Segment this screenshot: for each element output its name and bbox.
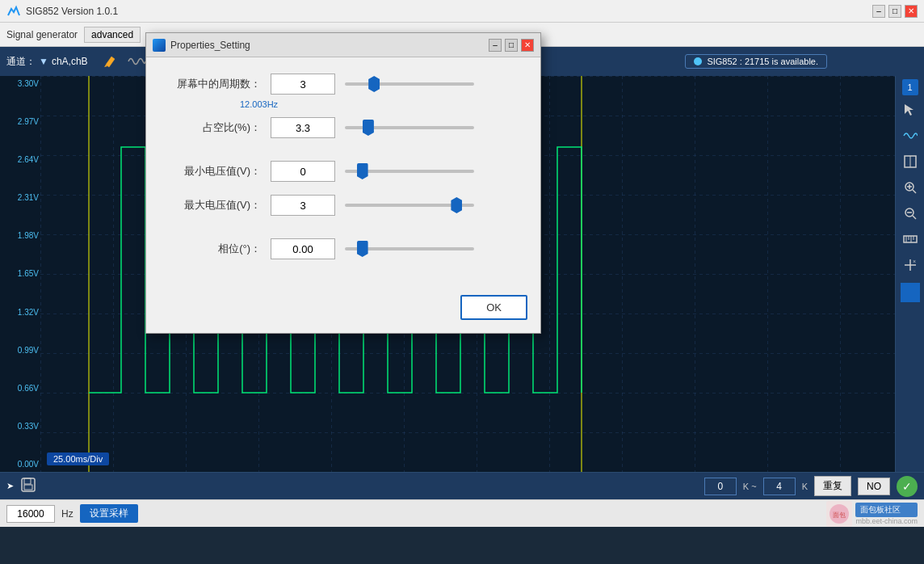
freq-unit-label: Hz [61,508,74,520]
phase-label: 相位(°)： [166,242,271,256]
dialog-title-bar[interactable]: Properties_Setting – □ ✕ [146,33,540,57]
y-label-8: 0.66V [2,384,39,393]
app-title: SIG852 Version 1.0.1 [26,6,118,17]
phase-input[interactable] [271,238,335,259]
channel-label: 通道： [6,55,36,69]
svg-line-15 [913,216,916,219]
sig-status-text: SIG852 : 21715 is available. [707,57,818,66]
set-sample-button[interactable]: 设置采样 [80,504,138,523]
expand-icon[interactable] [899,150,922,173]
signal-generator-label: Signal generator [6,29,78,40]
phase-row: 相位(°)： [166,238,521,259]
y-label-3: 2.31V [2,193,39,202]
max-voltage-input[interactable] [271,195,335,216]
min-voltage-label: 最小电压值(V)： [166,164,271,179]
phase-slider[interactable] [345,247,474,250]
periods-slider-container [345,82,521,86]
channel-value[interactable]: chA,chB [52,56,88,67]
channel-dropdown-arrow: ▼ [39,56,48,67]
freq-input[interactable] [6,505,55,523]
y-label-1: 2.97V [2,117,39,126]
duty-cycle-row: 占空比(%)： [166,117,521,138]
title-bar: SIG852 Version 1.0.1 – □ ✕ [0,0,924,23]
check-icon: ✓ [902,480,912,493]
y-label-7: 0.99V [2,346,39,355]
svg-line-12 [913,190,916,193]
y-label-2: 2.64V [2,155,39,164]
sig-status-dot [694,57,702,65]
title-bar-controls: – □ ✕ [872,5,918,18]
sig-status-bar: SIG852 : 21715 is available. [685,54,827,69]
dialog-footer: OK [146,288,540,333]
properties-setting-dialog: Properties_Setting – □ ✕ 屏幕中的周期数： 12.003… [145,32,541,334]
close-button[interactable]: ✕ [905,5,918,18]
dialog-title-icon [153,39,166,52]
minimize-button[interactable]: – [872,5,885,18]
k-label-2: K [802,482,808,491]
dialog-close-button[interactable]: ✕ [521,39,534,52]
advanced-button[interactable]: advanced [84,27,141,43]
bottom-toolbar-right: K ~ K 重复 NO ✓ [704,476,918,497]
ruler-icon[interactable] [899,228,922,250]
phase-slider-container [345,247,521,250]
svg-rect-25 [24,478,31,484]
footer-right: 面包 面包板社区 mbb.eet-china.com [826,501,918,527]
zoom-plus-icon[interactable] [899,176,922,199]
dialog-title-left: Properties_Setting [153,39,250,52]
y-label-0: 3.30V [2,79,39,88]
channel-selector: 通道： ▼ chA,chB [6,55,88,69]
min-voltage-slider[interactable] [345,170,474,173]
zoom-minus-icon[interactable] [899,202,922,225]
dialog-maximize-button[interactable]: □ [505,39,518,52]
watermark-text-block: 面包板社区 mbb.eet-china.com [855,503,918,525]
duty-cycle-label: 占空比(%)： [166,120,271,135]
waveform-icon[interactable] [899,124,922,147]
maximize-button[interactable]: □ [888,5,901,18]
max-voltage-slider-container [345,204,521,207]
sine-wave-icon[interactable] [125,50,148,73]
bottom-toolbar: ➤ K ~ K 重复 NO ✓ [0,472,924,499]
y-label-10: 0.00V [2,460,39,469]
dialog-minimize-button[interactable]: – [489,39,502,52]
y-axis: 3.30V 2.97V 2.64V 2.31V 1.98V 1.65V 1.32… [0,76,40,472]
app-logo-icon [6,4,21,19]
right-sidebar: 1 [895,76,924,472]
watermark-icon: 面包 [826,501,852,527]
freq-hint: 12.003Hz [240,99,521,109]
k-input-1[interactable] [704,478,737,495]
max-voltage-row: 最大电压值(V)： [166,195,521,216]
periods-slider[interactable] [345,82,474,86]
duty-slider[interactable] [345,126,474,129]
time-label: 25.00ms/Div [47,452,109,465]
periods-input[interactable] [271,74,335,95]
svg-text:面包: 面包 [833,511,846,519]
svg-text:×: × [913,259,916,264]
k-input-2[interactable] [763,478,796,495]
cursor-icon[interactable] [899,99,922,121]
watermark: 面包 面包板社区 mbb.eet-china.com [826,501,918,527]
no-button[interactable]: NO [858,478,890,495]
pen-icon[interactable] [99,50,122,73]
y-label-6: 1.32V [2,308,39,317]
sidebar-number-badge: 1 [902,79,918,95]
periods-row: 屏幕中的周期数： [166,74,521,95]
max-voltage-slider[interactable] [345,204,474,207]
watermark-url: mbb.eet-china.com [855,517,918,525]
watermark-logo: 面包板社区 [855,503,918,517]
footer: Hz 设置采样 面包 面包板社区 mbb.eet-china.com [0,499,924,527]
max-voltage-label: 最大电压值(V)： [166,198,271,213]
min-voltage-input[interactable] [271,161,335,182]
duty-input[interactable] [271,117,335,138]
min-voltage-slider-container [345,170,521,173]
dialog-controls: – □ ✕ [489,39,534,52]
disk-icon[interactable] [20,477,36,496]
arrow-icon[interactable]: ➤ [6,481,14,491]
duty-slider-container [345,126,521,129]
plus-x-icon[interactable]: × [899,254,922,276]
blue-block-icon [901,283,920,302]
repeat-button[interactable]: 重复 [814,476,851,496]
svg-rect-26 [24,485,32,490]
dialog-body: 屏幕中的周期数： 12.003Hz 占空比(%)： 最小电压值(V)： [146,57,540,288]
ok-button[interactable]: OK [460,295,527,320]
check-button[interactable]: ✓ [897,476,918,497]
